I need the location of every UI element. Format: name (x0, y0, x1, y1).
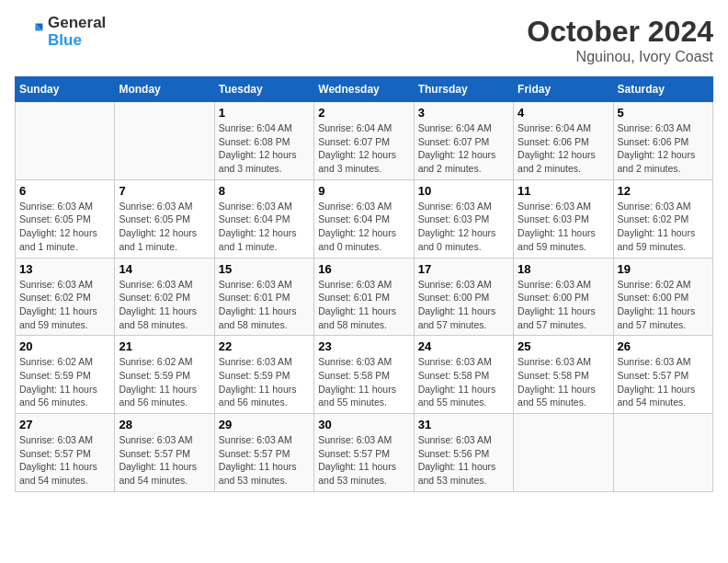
day-number: 13 (19, 262, 110, 276)
day-info: Sunrise: 6:03 AM Sunset: 6:06 PM Dayligh… (618, 121, 709, 176)
logo-icon (15, 17, 44, 47)
weekday-header: Friday (514, 77, 613, 102)
day-number: 22 (219, 339, 310, 353)
day-info: Sunrise: 6:03 AM Sunset: 5:59 PM Dayligh… (219, 355, 310, 409)
calendar-cell: 2Sunrise: 6:04 AM Sunset: 6:07 PM Daylig… (314, 102, 414, 180)
calendar-cell: 5Sunrise: 6:03 AM Sunset: 6:06 PM Daylig… (613, 102, 712, 180)
day-number: 16 (318, 262, 409, 276)
day-info: Sunrise: 6:03 AM Sunset: 5:57 PM Dayligh… (318, 433, 409, 488)
logo: General Blue (15, 15, 106, 49)
day-info: Sunrise: 6:03 AM Sunset: 5:58 PM Dayligh… (518, 355, 609, 409)
calendar-cell: 18Sunrise: 6:03 AM Sunset: 6:00 PM Dayli… (514, 258, 613, 336)
day-number: 8 (219, 184, 310, 198)
calendar-cell: 9Sunrise: 6:03 AM Sunset: 6:04 PM Daylig… (314, 179, 414, 258)
calendar-cell: 22Sunrise: 6:03 AM Sunset: 5:59 PM Dayli… (214, 336, 313, 414)
day-number: 3 (418, 106, 509, 120)
day-number: 6 (19, 184, 110, 198)
calendar-cell: 25Sunrise: 6:03 AM Sunset: 5:58 PM Dayli… (514, 336, 613, 414)
calendar-week-row: 20Sunrise: 6:02 AM Sunset: 5:59 PM Dayli… (16, 336, 713, 414)
calendar-cell: 15Sunrise: 6:03 AM Sunset: 6:01 PM Dayli… (214, 258, 313, 336)
calendar-cell: 6Sunrise: 6:03 AM Sunset: 6:05 PM Daylig… (16, 179, 115, 258)
logo-text: General Blue (48, 15, 106, 49)
weekday-header: Wednesday (314, 77, 414, 102)
day-info: Sunrise: 6:03 AM Sunset: 6:03 PM Dayligh… (518, 200, 609, 254)
location: Nguinou, Ivory Coast (527, 49, 713, 65)
calendar-cell: 13Sunrise: 6:03 AM Sunset: 6:02 PM Dayli… (16, 258, 115, 336)
day-number: 23 (318, 339, 409, 353)
day-number: 11 (518, 184, 609, 198)
month-title: October 2024 (527, 15, 713, 49)
page-header: General Blue October 2024 Nguinou, Ivory… (15, 15, 713, 65)
weekday-header: Saturday (613, 77, 712, 102)
calendar-cell: 30Sunrise: 6:03 AM Sunset: 5:57 PM Dayli… (314, 414, 414, 492)
calendar-cell: 16Sunrise: 6:03 AM Sunset: 6:01 PM Dayli… (314, 258, 414, 336)
day-info: Sunrise: 6:03 AM Sunset: 6:01 PM Dayligh… (219, 278, 310, 332)
day-info: Sunrise: 6:03 AM Sunset: 5:58 PM Dayligh… (418, 355, 509, 409)
day-number: 10 (418, 184, 509, 198)
calendar-week-row: 6Sunrise: 6:03 AM Sunset: 6:05 PM Daylig… (16, 179, 713, 258)
calendar-cell: 24Sunrise: 6:03 AM Sunset: 5:58 PM Dayli… (414, 336, 513, 414)
calendar-cell: 31Sunrise: 6:03 AM Sunset: 5:56 PM Dayli… (414, 414, 513, 492)
calendar-cell (115, 102, 214, 180)
calendar-cell: 7Sunrise: 6:03 AM Sunset: 6:05 PM Daylig… (115, 179, 214, 258)
day-info: Sunrise: 6:02 AM Sunset: 5:59 PM Dayligh… (119, 355, 210, 409)
day-number: 20 (19, 339, 110, 353)
calendar-cell: 4Sunrise: 6:04 AM Sunset: 6:06 PM Daylig… (514, 102, 613, 180)
day-number: 30 (318, 418, 409, 431)
calendar-cell: 27Sunrise: 6:03 AM Sunset: 5:57 PM Dayli… (16, 414, 115, 492)
title-block: October 2024 Nguinou, Ivory Coast (527, 15, 713, 65)
day-info: Sunrise: 6:03 AM Sunset: 5:57 PM Dayligh… (219, 433, 310, 488)
day-info: Sunrise: 6:02 AM Sunset: 6:00 PM Dayligh… (618, 278, 709, 332)
day-info: Sunrise: 6:03 AM Sunset: 6:00 PM Dayligh… (518, 278, 609, 332)
calendar-cell: 8Sunrise: 6:03 AM Sunset: 6:04 PM Daylig… (214, 179, 313, 258)
day-number: 24 (418, 339, 509, 353)
day-info: Sunrise: 6:03 AM Sunset: 6:03 PM Dayligh… (418, 200, 509, 254)
day-number: 4 (518, 106, 609, 120)
day-info: Sunrise: 6:03 AM Sunset: 6:05 PM Dayligh… (119, 200, 210, 254)
calendar-cell: 26Sunrise: 6:03 AM Sunset: 5:57 PM Dayli… (613, 336, 712, 414)
day-number: 28 (119, 418, 210, 431)
calendar-week-row: 1Sunrise: 6:04 AM Sunset: 6:08 PM Daylig… (16, 102, 713, 180)
day-number: 19 (618, 262, 709, 276)
day-info: Sunrise: 6:03 AM Sunset: 5:57 PM Dayligh… (618, 355, 709, 409)
weekday-header: Monday (115, 77, 214, 102)
calendar-cell: 21Sunrise: 6:02 AM Sunset: 5:59 PM Dayli… (115, 336, 214, 414)
calendar-cell: 10Sunrise: 6:03 AM Sunset: 6:03 PM Dayli… (414, 179, 513, 258)
calendar-cell (514, 414, 613, 492)
day-info: Sunrise: 6:04 AM Sunset: 6:06 PM Dayligh… (518, 121, 609, 176)
calendar-week-row: 13Sunrise: 6:03 AM Sunset: 6:02 PM Dayli… (16, 258, 713, 336)
day-number: 5 (618, 106, 709, 120)
day-number: 15 (219, 262, 310, 276)
day-number: 17 (418, 262, 509, 276)
calendar-cell: 19Sunrise: 6:02 AM Sunset: 6:00 PM Dayli… (613, 258, 712, 336)
calendar-cell: 12Sunrise: 6:03 AM Sunset: 6:02 PM Dayli… (613, 179, 712, 258)
day-number: 21 (119, 339, 210, 353)
day-info: Sunrise: 6:03 AM Sunset: 6:04 PM Dayligh… (219, 200, 310, 254)
day-number: 29 (219, 418, 310, 431)
day-info: Sunrise: 6:03 AM Sunset: 6:01 PM Dayligh… (318, 278, 409, 332)
day-info: Sunrise: 6:03 AM Sunset: 6:00 PM Dayligh… (418, 278, 509, 332)
calendar-cell: 23Sunrise: 6:03 AM Sunset: 5:58 PM Dayli… (314, 336, 414, 414)
day-number: 2 (318, 106, 409, 120)
calendar-cell: 17Sunrise: 6:03 AM Sunset: 6:00 PM Dayli… (414, 258, 513, 336)
calendar-table: SundayMondayTuesdayWednesdayThursdayFrid… (15, 76, 713, 492)
day-info: Sunrise: 6:03 AM Sunset: 6:02 PM Dayligh… (119, 278, 210, 332)
day-info: Sunrise: 6:04 AM Sunset: 6:08 PM Dayligh… (219, 121, 310, 176)
day-info: Sunrise: 6:03 AM Sunset: 5:58 PM Dayligh… (318, 355, 409, 409)
day-info: Sunrise: 6:03 AM Sunset: 6:02 PM Dayligh… (618, 200, 709, 254)
weekday-header: Tuesday (214, 77, 313, 102)
calendar-cell: 1Sunrise: 6:04 AM Sunset: 6:08 PM Daylig… (214, 102, 313, 180)
day-number: 18 (518, 262, 609, 276)
day-number: 1 (219, 106, 310, 120)
day-number: 14 (119, 262, 210, 276)
calendar-cell: 29Sunrise: 6:03 AM Sunset: 5:57 PM Dayli… (214, 414, 313, 492)
weekday-header: Sunday (16, 77, 115, 102)
calendar-cell (613, 414, 712, 492)
day-info: Sunrise: 6:02 AM Sunset: 5:59 PM Dayligh… (19, 355, 110, 409)
calendar-cell: 11Sunrise: 6:03 AM Sunset: 6:03 PM Dayli… (514, 179, 613, 258)
calendar-cell: 3Sunrise: 6:04 AM Sunset: 6:07 PM Daylig… (414, 102, 513, 180)
day-info: Sunrise: 6:03 AM Sunset: 5:57 PM Dayligh… (19, 433, 110, 488)
day-number: 9 (318, 184, 409, 198)
day-info: Sunrise: 6:04 AM Sunset: 6:07 PM Dayligh… (318, 121, 409, 176)
calendar-cell: 14Sunrise: 6:03 AM Sunset: 6:02 PM Dayli… (115, 258, 214, 336)
